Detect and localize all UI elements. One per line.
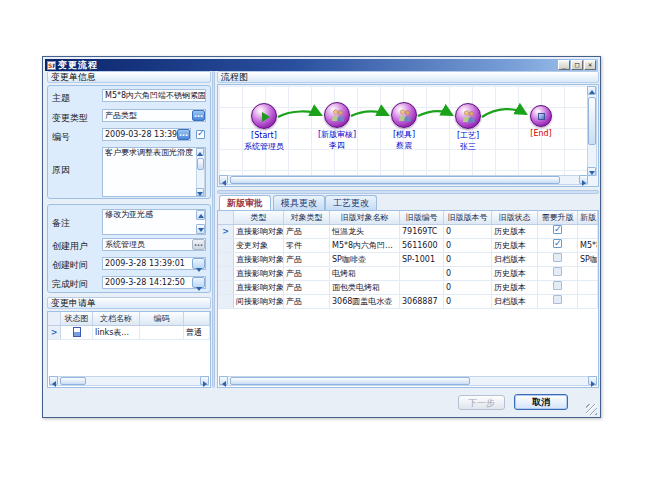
col-old-ver[interactable]: 旧版版本号 xyxy=(444,211,492,224)
scroll-right-icon[interactable] xyxy=(579,175,588,184)
scroll-down-icon[interactable] xyxy=(196,188,204,196)
reason-scrollbar[interactable] xyxy=(196,148,205,196)
col-old-status[interactable]: 旧版状态 xyxy=(492,211,538,224)
col-old-name[interactable]: 旧版对象名称 xyxy=(330,211,400,224)
cancel-button[interactable]: 取消 xyxy=(514,394,568,410)
create-time-dropdown-button[interactable] xyxy=(192,258,205,269)
col-upgrade[interactable]: 需要升版 xyxy=(538,211,578,224)
cell-old-status: 历史版本 xyxy=(492,281,538,294)
resize-grip[interactable] xyxy=(586,404,597,415)
node-person-label: 系统管理员 xyxy=(229,142,299,151)
remark-textarea[interactable]: 修改为亚光感 xyxy=(102,209,206,235)
tab-mold-change[interactable]: 模具更改 xyxy=(273,195,325,210)
upgrade-checkbox[interactable] xyxy=(553,253,562,262)
tab-craft-change[interactable]: 工艺更改 xyxy=(325,195,377,210)
table-row[interactable]: 间接影响对象 产品 3068圆盖电水壶 3068887 0 归档版本 xyxy=(218,295,598,309)
finish-time-field[interactable]: 2009-3-28 14:12:50 xyxy=(102,276,206,289)
change-type-label: 变更类型 xyxy=(52,112,88,125)
reason-textarea[interactable]: 客户要求调整表面光滑度 xyxy=(102,147,206,197)
table-row[interactable]: 变更对象 零件 M5*8内六角凹... 5611600 0 历史版本 M5*8 xyxy=(218,239,598,253)
scroll-left-icon[interactable] xyxy=(49,376,58,385)
flow-node-mold[interactable]: [模具] 蔡震 xyxy=(369,102,439,150)
cell-old-name: M5*8内六角凹... xyxy=(330,239,400,252)
col-obj-type[interactable]: 对象类型 xyxy=(284,211,330,224)
flow-vscrollbar[interactable] xyxy=(587,86,597,176)
upgrade-checkbox[interactable] xyxy=(553,281,562,290)
cell-type: 直接影响对象 xyxy=(234,253,284,266)
col-old-code[interactable]: 旧版编号 xyxy=(400,211,444,224)
info-group-bottom: 备注 修改为亚光感 创建用户 系统管理员 ... 创建时间 2009-3-28 … xyxy=(47,204,211,293)
col-status-icon[interactable]: 状态图 xyxy=(61,312,93,325)
scroll-left-icon[interactable] xyxy=(219,376,228,385)
create-time-field[interactable]: 2009-3-28 13:39:01 xyxy=(102,257,206,270)
upgrade-checkbox[interactable] xyxy=(553,225,562,234)
scroll-thumb[interactable] xyxy=(588,97,596,145)
flow-chart: [Start] 系统管理员 [新版审核] 李四 xyxy=(217,84,599,187)
table-row[interactable]: > 直接影响对象 产品 恒温龙头 79169TC 0 历史版本 xyxy=(218,225,598,239)
creator-ellipsis-button[interactable]: ... xyxy=(192,239,205,250)
finish-time-dropdown-button[interactable] xyxy=(192,277,205,288)
create-time-label: 创建时间 xyxy=(52,259,88,272)
app-icon: SP xyxy=(47,61,56,70)
upgrade-checkbox[interactable] xyxy=(553,295,562,304)
close-button[interactable]: × xyxy=(584,60,596,70)
cell-new-name: M5*8 xyxy=(578,239,598,252)
number-label: 编号 xyxy=(52,131,70,144)
flow-canvas[interactable]: [Start] 系统管理员 [新版审核] 李四 xyxy=(219,86,588,176)
number-ellipsis-button[interactable]: ... xyxy=(177,129,190,140)
spin-down-icon[interactable] xyxy=(196,224,205,234)
upgrade-checkbox[interactable] xyxy=(553,239,562,248)
scroll-up-icon[interactable] xyxy=(196,148,204,156)
scroll-thumb[interactable] xyxy=(60,377,86,385)
node-step-label: [新版审核] xyxy=(302,130,372,139)
col-new-name[interactable]: 新版 xyxy=(578,211,598,224)
upgrade-checkbox[interactable] xyxy=(553,267,562,276)
subject-field[interactable]: M5*8内六角凹端不锈钢紧固螺钉 xyxy=(102,89,206,102)
start-node-icon xyxy=(251,103,277,129)
title-bar[interactable]: SP 变更流程 _ □ × xyxy=(45,59,598,71)
table-row[interactable]: 直接影响对象 产品 电烤箱 0 历史版本 xyxy=(218,267,598,281)
creator-field[interactable]: 系统管理员 xyxy=(102,238,206,251)
tab-new-version-approval[interactable]: 新版审批 xyxy=(219,195,271,210)
change-type-field[interactable]: 产品类型 xyxy=(102,109,206,122)
impact-grid-hscrollbar[interactable] xyxy=(219,376,597,386)
col-doc-name[interactable]: 文档名称 xyxy=(93,312,140,325)
scroll-down-icon[interactable] xyxy=(587,167,596,176)
flow-node-review[interactable]: [新版审核] 李四 xyxy=(302,102,372,150)
row-selector xyxy=(218,281,234,294)
flow-node-start[interactable]: [Start] 系统管理员 xyxy=(229,103,299,151)
node-person-label: 张三 xyxy=(433,142,503,151)
flow-node-end[interactable]: [End] xyxy=(506,103,576,138)
col-type[interactable]: 类型 xyxy=(234,211,284,224)
change-type-ellipsis-button[interactable]: ... xyxy=(192,110,205,121)
info-group-top: 主题 M5*8内六角凹端不锈钢紧固螺钉 变更类型 产品类型 ... 编号 200… xyxy=(47,85,211,199)
spin-up-icon[interactable] xyxy=(196,210,205,220)
remark-label: 备注 xyxy=(52,217,70,230)
flow-node-craft[interactable]: [工艺] 张三 xyxy=(433,103,503,151)
scroll-thumb[interactable] xyxy=(197,158,204,170)
minimize-button[interactable]: _ xyxy=(558,60,570,70)
scroll-thumb[interactable] xyxy=(230,176,560,184)
cell-upgrade xyxy=(538,225,578,238)
table-row[interactable]: 直接影响对象 产品 面包类电烤箱 0 历史版本 xyxy=(218,281,598,295)
cell-level: 普通 xyxy=(184,326,210,339)
scroll-right-icon[interactable] xyxy=(588,376,597,385)
horizontal-splitter[interactable] xyxy=(217,190,599,194)
scroll-up-icon[interactable] xyxy=(587,86,596,95)
next-button[interactable]: 下一步 xyxy=(458,395,505,410)
people-icon xyxy=(391,102,417,128)
table-row[interactable]: 直接影响对象 产品 SP咖啡壶 SP-1001 0 归档版本 SP咖 xyxy=(218,253,598,267)
flow-hscrollbar[interactable] xyxy=(219,175,588,185)
request-grid-hscrollbar[interactable] xyxy=(49,376,209,386)
node-step-label: [模具] xyxy=(369,130,439,139)
maximize-button[interactable]: □ xyxy=(571,60,583,70)
col-code[interactable]: 编码 xyxy=(140,312,184,325)
remark-spinner[interactable] xyxy=(196,210,205,234)
scroll-right-icon[interactable] xyxy=(200,376,209,385)
scroll-thumb[interactable] xyxy=(230,377,470,385)
request-panel-header: 变更申请单 xyxy=(47,297,211,309)
number-checkbox[interactable] xyxy=(196,130,205,139)
vertical-splitter[interactable] xyxy=(212,71,215,388)
scroll-left-icon[interactable] xyxy=(219,175,228,184)
request-row[interactable]: > links表... 普通 xyxy=(48,326,210,340)
